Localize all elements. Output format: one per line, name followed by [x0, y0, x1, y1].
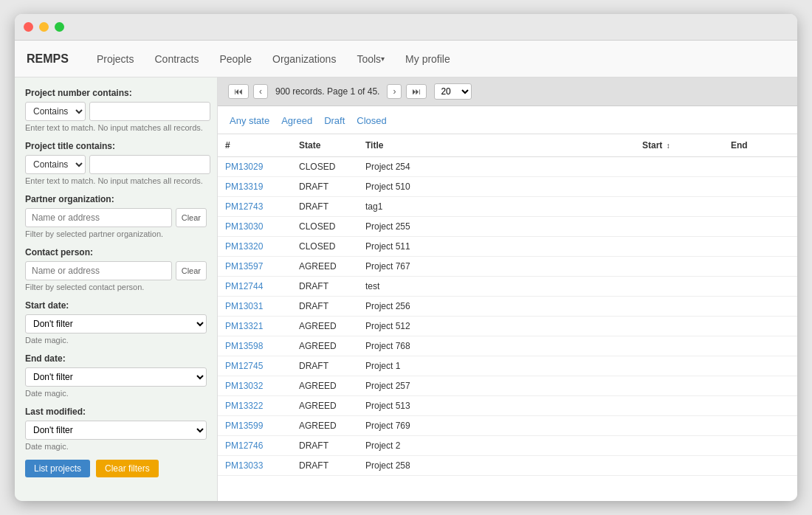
sidebar: Project number contains: Contains Enter … [15, 77, 218, 501]
clear-filters-button[interactable]: Clear filters [96, 460, 159, 477]
cell-state: DRAFT [292, 456, 358, 476]
list-projects-button[interactable]: List projects [25, 460, 90, 477]
table-body: PM13029 CLOSED Project 254 PM13319 DRAFT… [218, 157, 797, 476]
nav: Projects Contracts People Organizations … [86, 41, 461, 77]
table-row[interactable]: PM12745 DRAFT Project 1 [218, 356, 797, 376]
cell-state: AGREED [292, 416, 358, 436]
table-row[interactable]: PM13030 CLOSED Project 255 [218, 217, 797, 237]
nav-people[interactable]: People [209, 41, 262, 77]
cell-title: Project 2 [358, 436, 635, 456]
table-row[interactable]: PM13320 CLOSED Project 511 [218, 237, 797, 257]
cell-number: PM13030 [218, 217, 292, 237]
cell-state: AGREED [292, 317, 358, 336]
start-date-select[interactable]: Don't filter [25, 314, 207, 333]
filter-start-date: Start date: Don't filter Date magic. [25, 300, 207, 345]
prev-page-button[interactable]: ‹ [253, 84, 268, 99]
last-modified-select[interactable]: Don't filter [25, 421, 207, 440]
cell-number: PM13319 [218, 177, 292, 197]
app-window: REMPS Projects Contracts People Organiza… [15, 14, 797, 501]
cell-number: PM13598 [218, 336, 292, 356]
cell-end [723, 197, 797, 217]
tab-draft[interactable]: Draft [323, 112, 346, 134]
table-row[interactable]: PM12746 DRAFT Project 2 [218, 436, 797, 456]
cell-state: AGREED [292, 257, 358, 277]
project-title-input[interactable] [89, 155, 210, 174]
filter-project-title: Project title contains: Contains Enter t… [25, 141, 207, 185]
cell-title: Project 512 [358, 317, 635, 336]
last-page-button[interactable]: ⏭ [406, 84, 427, 99]
table-row[interactable]: PM13319 DRAFT Project 510 [218, 177, 797, 197]
cell-start [635, 277, 723, 297]
cell-end [723, 317, 797, 336]
cell-title: Project 511 [358, 237, 635, 257]
col-start[interactable]: Start ↕ [635, 134, 723, 157]
cell-number: PM13322 [218, 396, 292, 416]
nav-tools[interactable]: Tools [346, 41, 395, 77]
cell-state: AGREED [292, 376, 358, 396]
table-row[interactable]: PM13029 CLOSED Project 254 [218, 157, 797, 177]
project-number-input[interactable] [89, 102, 210, 121]
per-page-select[interactable]: 20 50 100 [434, 83, 472, 100]
filter-partner-org-row: Clear [25, 208, 207, 227]
navbar: REMPS Projects Contracts People Organiza… [15, 41, 797, 77]
col-state: State [292, 134, 358, 157]
tab-any-state[interactable]: Any state [228, 112, 271, 134]
brand: REMPS [27, 52, 69, 66]
nav-projects[interactable]: Projects [86, 41, 145, 77]
end-date-select[interactable]: Don't filter [25, 367, 207, 387]
nav-organizations[interactable]: Organizations [262, 41, 346, 77]
cell-number: PM13599 [218, 416, 292, 436]
table-row[interactable]: PM13031 DRAFT Project 256 [218, 297, 797, 317]
first-page-button[interactable]: ⏮ [228, 84, 249, 99]
cell-title: Project 257 [358, 376, 635, 396]
cell-state: DRAFT [292, 297, 358, 317]
table-row[interactable]: PM13321 AGREED Project 512 [218, 317, 797, 336]
nav-myprofile[interactable]: My profile [395, 41, 461, 77]
tab-closed[interactable]: Closed [355, 112, 388, 134]
table-row[interactable]: PM12744 DRAFT test [218, 277, 797, 297]
nav-contracts[interactable]: Contracts [144, 41, 209, 77]
table-row[interactable]: PM12743 DRAFT tag1 [218, 197, 797, 217]
minimize-button[interactable] [39, 22, 49, 32]
cell-state: DRAFT [292, 177, 358, 197]
filter-contact-person: Contact person: Clear Filter by selected… [25, 247, 207, 291]
filter-project-title-row: Contains [25, 155, 207, 174]
cell-start [635, 396, 723, 416]
cell-start [635, 217, 723, 237]
filter-end-date-hint: Date magic. [25, 389, 207, 398]
table-row[interactable]: PM13599 AGREED Project 769 [218, 416, 797, 436]
tab-agreed[interactable]: Agreed [280, 112, 314, 134]
cell-start [635, 456, 723, 476]
table-row[interactable]: PM13597 AGREED Project 767 [218, 257, 797, 277]
partner-org-clear[interactable]: Clear [176, 208, 207, 227]
project-title-select[interactable]: Contains [25, 155, 86, 174]
filter-project-title-hint: Enter text to match. No input matches al… [25, 176, 207, 185]
filter-last-modified: Last modified: Don't filter Date magic. [25, 407, 207, 451]
cell-title: Project 768 [358, 336, 635, 356]
next-page-button[interactable]: › [387, 84, 402, 99]
cell-start [635, 257, 723, 277]
project-number-select[interactable]: Contains [25, 102, 86, 121]
maximize-button[interactable] [55, 22, 64, 32]
cell-title: Project 258 [358, 456, 635, 476]
table-row[interactable]: PM13032 AGREED Project 257 [218, 376, 797, 396]
cell-number: PM13031 [218, 297, 292, 317]
cell-number: PM13029 [218, 157, 292, 177]
cell-start [635, 317, 723, 336]
contact-person-clear[interactable]: Clear [176, 261, 207, 280]
cell-title: Project 1 [358, 356, 635, 376]
partner-org-input[interactable] [25, 208, 172, 227]
contact-person-input[interactable] [25, 261, 172, 280]
cell-end [723, 157, 797, 177]
cell-end [723, 436, 797, 456]
cell-number: PM12743 [218, 197, 292, 217]
close-button[interactable] [24, 22, 33, 32]
table-row[interactable]: PM13033 DRAFT Project 258 [218, 456, 797, 476]
cell-start [635, 416, 723, 436]
filter-project-number-row: Contains [25, 102, 207, 121]
cell-number: PM13032 [218, 376, 292, 396]
cell-start [635, 376, 723, 396]
cell-end [723, 336, 797, 356]
table-row[interactable]: PM13598 AGREED Project 768 [218, 336, 797, 356]
table-row[interactable]: PM13322 AGREED Project 513 [218, 396, 797, 416]
